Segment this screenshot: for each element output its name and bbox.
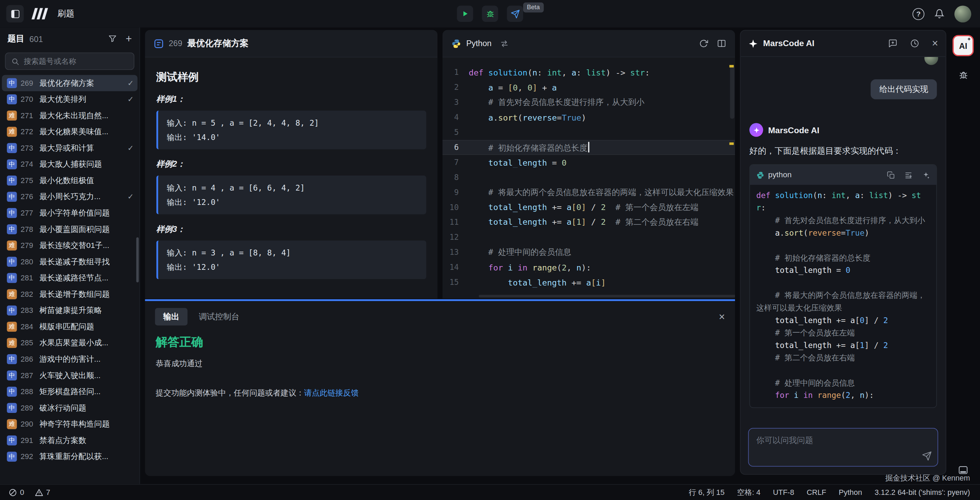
tab-output[interactable]: 输出 (155, 308, 188, 325)
example-label: 样例3： (156, 224, 426, 235)
ai-assistant-rail-button[interactable]: AI (953, 35, 974, 56)
insert-code-button[interactable] (905, 171, 913, 179)
problem-list-item[interactable]: 中275最小化数组极值 (2, 173, 137, 189)
code-token: , (518, 83, 528, 92)
send-message-button[interactable] (922, 451, 932, 461)
sidebar-scrollbar[interactable] (136, 237, 139, 283)
search-box[interactable] (5, 52, 135, 70)
problem-title: 最小周长巧克力... (39, 192, 124, 202)
editor-line[interactable]: 3 # 首先对会员信息长度进行排序，从大到小 (442, 95, 735, 110)
apply-code-button[interactable] (922, 171, 930, 179)
problem-list-item[interactable]: 中270最大优美排列✓ (2, 91, 137, 108)
problem-list-item[interactable]: 中286游戏中的伤害计... (2, 351, 137, 367)
line-number: 1 (442, 68, 469, 77)
search-input[interactable] (24, 57, 128, 65)
editor-line[interactable]: 8 (442, 170, 735, 185)
debug-rail-button[interactable] (958, 70, 968, 81)
problem-list-item[interactable]: 中289破冰行动问题 (2, 400, 137, 416)
editor-line[interactable]: 12 (442, 230, 735, 245)
problem-list-item[interactable]: 中277最小字符单价值问题 (2, 205, 137, 221)
editor-line[interactable]: 4 a.sort(reverse=True) (442, 110, 735, 125)
problem-list-item[interactable]: 中281最长递减路径节点... (2, 270, 137, 286)
panel-resize-handle[interactable] (145, 299, 735, 301)
debug-button[interactable] (482, 5, 498, 22)
code-token (469, 83, 488, 92)
problem-list-item[interactable]: 难271最大化未出现自然... (2, 108, 137, 124)
editor-line[interactable]: 1def solution(n: int, a: list) -> str: (442, 65, 735, 80)
editor-line[interactable]: 11 total_length += a[1] / 2 # 第二个会员放在右端 (442, 215, 735, 230)
code-token: a (851, 341, 855, 350)
encoding-setting[interactable]: UTF-8 (773, 488, 794, 497)
problem-list-item[interactable]: 中273最大异或和计算✓ (2, 140, 137, 156)
editor-vertical-scrollbar[interactable] (730, 65, 734, 119)
problem-list-item[interactable]: 难279最长连续交替01子... (2, 237, 137, 254)
marscode-logo[interactable] (31, 8, 51, 20)
editor-line[interactable]: 7 total_length = 0 (442, 155, 735, 170)
editor-tab-python[interactable]: Python (466, 38, 492, 48)
run-button[interactable] (457, 5, 473, 22)
notifications-button[interactable] (935, 9, 945, 19)
problem-list-item[interactable]: 中274最大敌人捕获问题 (2, 156, 137, 173)
reset-code-button[interactable] (699, 38, 708, 48)
editor-line[interactable]: 13 # 处理中间的会员信息 (442, 245, 735, 260)
split-editor-button[interactable] (717, 38, 726, 48)
editor-line[interactable]: 5 (442, 125, 735, 140)
add-problem-button[interactable]: + (126, 33, 132, 44)
code-token: , (846, 190, 855, 200)
feedback-link[interactable]: 请点此链接反馈 (304, 389, 359, 398)
problem-list-item[interactable]: 难285水果店果篮最小成... (2, 335, 137, 351)
user-avatar[interactable] (955, 5, 971, 22)
tab-debug-console[interactable]: 调试控制台 (199, 311, 240, 322)
problem-list-item[interactable]: 难272最大化糖果美味值... (2, 124, 137, 140)
chat-history-button[interactable] (910, 38, 919, 48)
switch-language-button[interactable] (500, 39, 509, 48)
indentation-setting[interactable]: 空格: 4 (737, 487, 760, 498)
help-button[interactable]: ? (912, 8, 924, 20)
copy-code-button[interactable] (887, 171, 895, 179)
close-output-icon[interactable]: × (719, 311, 725, 322)
line-number: 14 (442, 263, 469, 272)
submit-button[interactable] (507, 5, 523, 22)
feedback-text: 提交功能内测体验中，任何问题或者建议： (156, 389, 304, 398)
ai-code-line: total_length += a[0] / 2 (756, 314, 930, 327)
problem-list-item[interactable]: 中283树苗健康提升策略 (2, 302, 137, 319)
editor-line[interactable]: 15 total_length += a[i] (442, 275, 735, 290)
cursor-position[interactable]: 行 6, 列 15 (689, 487, 725, 498)
python-interpreter[interactable]: 3.12.2 64-bit ('shims': pyenv) (875, 488, 970, 497)
problem-list-item[interactable]: 中269最优化存储方案✓ (2, 75, 137, 91)
problems-status[interactable]: 0 7 (9, 488, 50, 497)
close-ai-panel-button[interactable]: × (932, 38, 938, 49)
filter-button[interactable] (108, 35, 117, 43)
new-chat-button[interactable] (888, 38, 897, 48)
editor-line[interactable]: 2 a = [0, 0] + a (442, 80, 735, 95)
editor-line[interactable]: 9 # 将最大的两个会员信息放在容器的两端，这样可以最大化压缩效果 (442, 185, 735, 200)
editor-line[interactable]: 6 # 初始化存储容器的总长度 (442, 140, 735, 155)
problem-list-item[interactable]: 中287火车驶入驶出顺... (2, 367, 137, 384)
problem-list-item[interactable]: 中278最小覆盖圆面积问题 (2, 221, 137, 238)
top-bar: 刷题 Beta ? (0, 0, 980, 27)
problem-list-item[interactable]: 难290神奇字符串构造问题 (2, 416, 137, 432)
language-mode[interactable]: Python (839, 488, 862, 497)
editor-lines: 1def solution(n: int, a: list) -> str:2 … (442, 65, 735, 290)
editor-horizontal-scrollbar[interactable] (479, 295, 735, 297)
sidebar-toggle-button[interactable] (6, 5, 24, 22)
problem-list-item[interactable]: 中276最小周长巧克力...✓ (2, 189, 137, 205)
line-number: 13 (442, 248, 469, 257)
code-editor[interactable]: 1def solution(n: int, a: list) -> str:2 … (442, 57, 735, 298)
problem-list-item[interactable]: 中280最长递减子数组寻找 (2, 254, 137, 270)
ai-input-box[interactable] (748, 428, 938, 467)
problem-list-item[interactable]: 中292算珠重新分配以获... (2, 448, 137, 465)
code-token: ( (841, 390, 846, 400)
editor-line[interactable]: 14 for i in range(2, n): (442, 260, 735, 275)
problem-list-item[interactable]: 难284模版串匹配问题 (2, 319, 137, 335)
code-token: ) (864, 228, 869, 237)
code-token (756, 341, 775, 350)
eol-setting[interactable]: CRLF (807, 488, 826, 497)
editor-line[interactable]: 10 total_length += a[0] / 2 # 第一个会员放在左端 (442, 200, 735, 215)
output-content: 解答正确 恭喜成功通过 提交功能内测体验中，任何问题或者建议：请点此链接反馈 (145, 327, 735, 406)
problem-list-item[interactable]: 中291禁着点方案数 (2, 432, 137, 449)
problem-list-item[interactable]: 中288矩形棋盘路径问... (2, 384, 137, 400)
problem-list-item[interactable]: 难282最长递增子数组问题 (2, 286, 137, 303)
ai-input-field[interactable] (749, 429, 937, 466)
problem-sidebar: 题目 601 + 中269最优化存储方案✓中270最大优美排列✓难271最大化未… (0, 27, 140, 484)
